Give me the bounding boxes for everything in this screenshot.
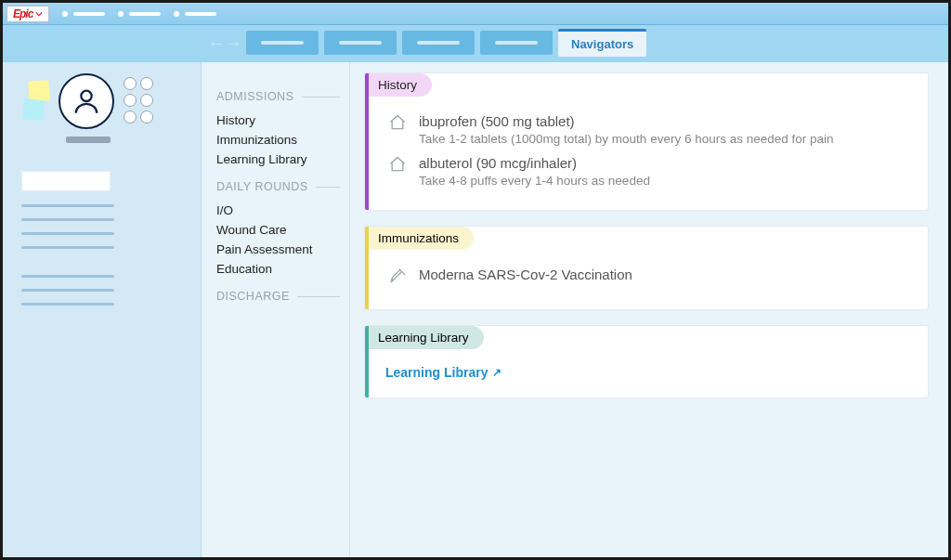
medication-row[interactable]: ibuprofen (500 mg tablet) Take 1-2 table… xyxy=(385,113,911,146)
navgroup-daily-rounds: DAILY ROUNDS xyxy=(216,180,340,193)
external-link-icon: ↗ xyxy=(492,366,502,379)
medication-instructions: Take 1-2 tablets (1000mg total) by mouth… xyxy=(419,132,834,146)
navgroup-label: DAILY ROUNDS xyxy=(216,180,308,193)
navgroup-admissions: ADMISSIONS xyxy=(216,90,340,103)
navitem-immunizations[interactable]: Immunizations xyxy=(216,130,340,150)
brand-label: Epic xyxy=(13,7,33,20)
svg-point-0 xyxy=(81,91,91,101)
navitem-history[interactable]: History xyxy=(216,111,340,130)
home-icon xyxy=(385,113,410,146)
syringe-icon xyxy=(385,267,410,287)
navitem-education[interactable]: Education xyxy=(216,259,340,279)
titlebar-placeholder xyxy=(57,11,216,17)
navitem-io[interactable]: I/O xyxy=(216,201,340,220)
patient-info-placeholder xyxy=(21,275,182,306)
section-title-history: History xyxy=(369,73,432,97)
medication-instructions: Take 4-8 puffs every 1-4 hours as needed xyxy=(419,174,650,188)
person-icon xyxy=(71,85,102,117)
navigator-panel: ADMISSIONS History Immunizations Learnin… xyxy=(202,62,350,557)
medication-name: ibuprofen (500 mg tablet) xyxy=(419,113,834,129)
patient-name-placeholder xyxy=(66,137,111,143)
nav-arrows: ← → xyxy=(207,33,239,54)
tab-label: Navigators xyxy=(571,37,633,51)
patient-avatar[interactable] xyxy=(59,73,114,129)
sticky-note-icon[interactable] xyxy=(22,98,45,121)
immunization-name: Moderna SARS-Cov-2 Vaccination xyxy=(419,267,632,282)
forward-arrow-icon[interactable]: → xyxy=(224,33,239,54)
chevron-down-icon xyxy=(35,10,43,18)
section-title-immunizations: Immunizations xyxy=(369,227,474,250)
patient-sidebar xyxy=(3,62,202,557)
main-content: History ibuprofen (500 mg tablet) Take 1… xyxy=(350,62,948,557)
navgroup-label: DISCHARGE xyxy=(216,290,290,303)
patient-info-placeholder xyxy=(21,204,182,249)
home-icon xyxy=(385,155,410,188)
patient-search-box[interactable] xyxy=(21,171,111,191)
workspace-tab-4[interactable] xyxy=(480,31,553,55)
section-learning-library: Learning Library Learning Library ↗ xyxy=(365,326,928,397)
epic-menu-button[interactable]: Epic xyxy=(7,6,49,22)
learning-library-link[interactable]: Learning Library ↗ xyxy=(385,365,502,380)
workspace-tab-1[interactable] xyxy=(246,31,319,55)
workspace-tab-navigators[interactable]: Navigators xyxy=(558,29,646,57)
section-history: History ibuprofen (500 mg tablet) Take 1… xyxy=(365,73,928,210)
navgroup-discharge: DISCHARGE xyxy=(216,290,340,303)
section-title-learning: Learning Library xyxy=(369,326,484,349)
link-label: Learning Library xyxy=(385,365,488,380)
immunization-row[interactable]: Moderna SARS-Cov-2 Vaccination xyxy=(385,267,911,287)
navitem-woundcare[interactable]: Wound Care xyxy=(216,220,340,240)
medication-row[interactable]: albuterol (90 mcg/inhaler) Take 4-8 puff… xyxy=(385,155,911,188)
app-window: Epic ← → Navigators xyxy=(0,0,951,560)
workspace-header: ← → Navigators xyxy=(3,25,948,62)
section-immunizations: Immunizations Moderna SARS-Cov-2 Vaccina… xyxy=(365,227,928,309)
workspace-tab-2[interactable] xyxy=(324,31,397,55)
navgroup-label: ADMISSIONS xyxy=(216,90,294,103)
titlebar: Epic xyxy=(3,3,948,25)
workspace-tab-3[interactable] xyxy=(402,31,475,55)
navitem-pain[interactable]: Pain Assessment xyxy=(216,240,340,259)
patient-status-dots xyxy=(124,77,153,124)
navitem-learning[interactable]: Learning Library xyxy=(216,150,340,169)
medication-name: albuterol (90 mcg/inhaler) xyxy=(419,155,650,171)
back-arrow-icon[interactable]: ← xyxy=(207,33,222,54)
